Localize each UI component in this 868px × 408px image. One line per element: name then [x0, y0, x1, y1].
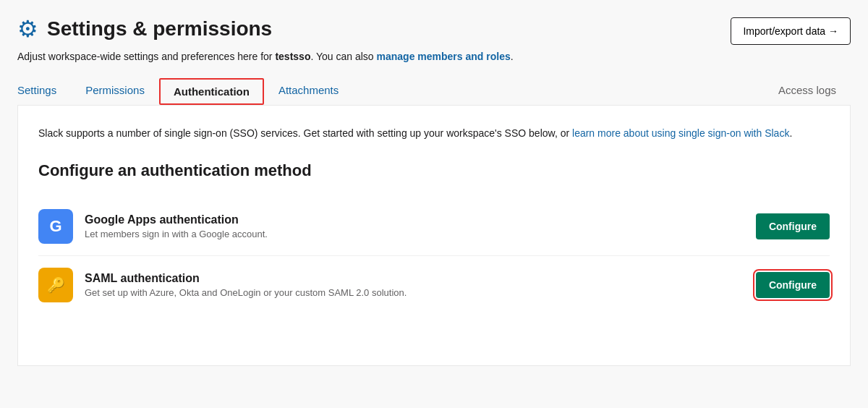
- title-area: ⚙ Settings & permissions: [17, 17, 272, 41]
- tab-settings[interactable]: Settings: [17, 77, 71, 106]
- page-wrapper: ⚙ Settings & permissions Import/export d…: [0, 0, 868, 408]
- import-export-button[interactable]: Import/export data →: [731, 17, 851, 45]
- auth-item-google: G Google Apps authentication Let members…: [38, 197, 830, 256]
- manage-members-link[interactable]: manage members and roles: [377, 51, 511, 62]
- saml-configure-button[interactable]: Configure: [756, 272, 830, 298]
- saml-auth-info: SAML authentication Get set up with Azur…: [85, 272, 744, 298]
- sso-description: Slack supports a number of single sign-o…: [38, 126, 830, 141]
- subtitle-suffix: You can also: [316, 51, 374, 62]
- auth-item-saml: 🔑 SAML authentication Get set up with Az…: [38, 256, 830, 314]
- content-area: Slack supports a number of single sign-o…: [17, 106, 851, 366]
- saml-icon: 🔑: [38, 268, 73, 302]
- subtitle: Adjust workspace-wide settings and prefe…: [17, 51, 851, 62]
- google-icon: G: [38, 209, 73, 244]
- page-title: Settings & permissions: [47, 17, 272, 41]
- google-auth-name: Google Apps authentication: [85, 213, 744, 226]
- sso-suffix: .: [789, 127, 792, 139]
- google-configure-button[interactable]: Configure: [756, 213, 830, 239]
- saml-auth-desc: Get set up with Azure, Okta and OneLogin…: [85, 287, 744, 298]
- tabs-nav: Settings Permissions Authentication Atta…: [17, 77, 851, 106]
- tab-attachments[interactable]: Attachments: [264, 77, 353, 106]
- google-auth-desc: Let members sign in with a Google accoun…: [85, 229, 744, 239]
- subtitle-text: Adjust workspace-wide settings and prefe…: [17, 51, 275, 62]
- sso-learn-more-link[interactable]: learn more about using single sign-on wi…: [572, 127, 789, 139]
- header-row: ⚙ Settings & permissions Import/export d…: [17, 17, 851, 45]
- section-title: Configure an authentication method: [38, 161, 830, 180]
- saml-auth-name: SAML authentication: [85, 272, 744, 285]
- tab-permissions[interactable]: Permissions: [71, 77, 159, 106]
- tab-access-logs[interactable]: Access logs: [764, 77, 851, 106]
- google-auth-info: Google Apps authentication Let members s…: [85, 213, 744, 239]
- tab-authentication[interactable]: Authentication: [159, 78, 264, 105]
- workspace-name: testsso: [275, 51, 310, 62]
- sso-intro-text: Slack supports a number of single sign-o…: [38, 127, 572, 139]
- gear-icon: ⚙: [17, 17, 38, 41]
